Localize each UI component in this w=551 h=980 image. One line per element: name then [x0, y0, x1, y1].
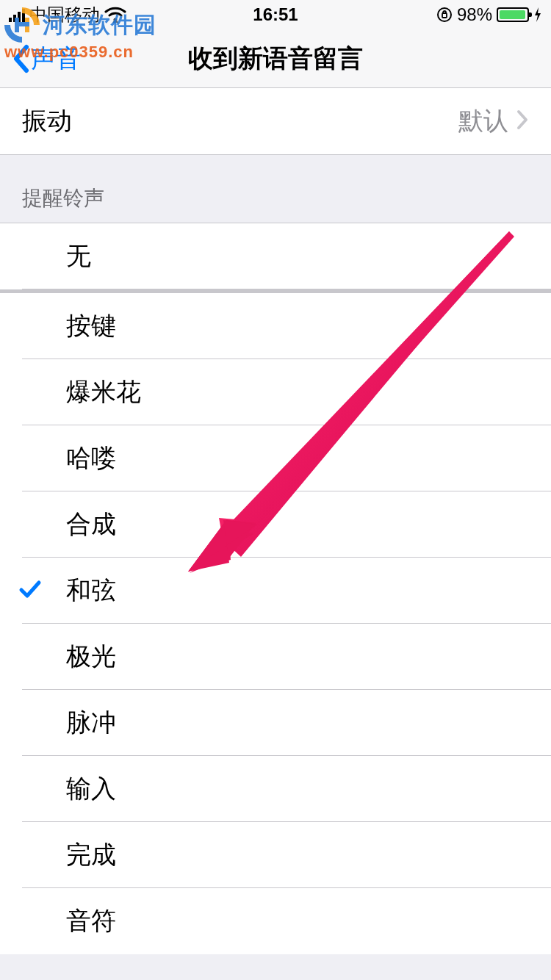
- svg-point-4: [438, 8, 451, 21]
- tone-row[interactable]: 完成: [0, 822, 551, 888]
- tone-label: 合成: [66, 508, 116, 541]
- tone-row[interactable]: 脉冲: [0, 690, 551, 756]
- tone-label: 哈喽: [66, 442, 116, 475]
- battery-icon: [497, 7, 529, 22]
- tone-label: 输入: [66, 772, 116, 806]
- tone-list: 无 按键 爆米花 哈喽 合成 和弦 极光 脉冲 输入 完成: [0, 223, 551, 954]
- tone-label: 无: [66, 239, 91, 273]
- tone-row[interactable]: 爆米花: [0, 359, 551, 425]
- carrier-label: 中国移动: [29, 3, 100, 26]
- tone-label: 和弦: [66, 574, 116, 608]
- tone-row[interactable]: 音符: [0, 888, 551, 954]
- signal-icon: [9, 7, 25, 22]
- tone-row[interactable]: 按键: [0, 293, 551, 359]
- tone-row-none[interactable]: 无: [0, 223, 551, 289]
- checkmark-icon: [18, 577, 43, 605]
- tone-row[interactable]: 合成: [0, 491, 551, 558]
- tone-label: 音符: [66, 904, 116, 938]
- tone-label: 脉冲: [66, 706, 116, 740]
- vibration-label: 振动: [22, 104, 72, 138]
- status-time: 16:51: [253, 4, 298, 25]
- vibration-group: 振动 默认: [0, 88, 551, 155]
- wifi-icon: [104, 7, 126, 23]
- tone-row-selected[interactable]: 和弦: [0, 558, 551, 624]
- battery-percent: 98%: [457, 4, 492, 25]
- charging-icon: [533, 7, 542, 23]
- tone-label: 爆米花: [66, 375, 141, 409]
- tone-row[interactable]: 极光: [0, 624, 551, 690]
- status-left: 中国移动: [9, 3, 126, 26]
- tone-row[interactable]: 输入: [0, 756, 551, 822]
- tone-label: 完成: [66, 838, 116, 872]
- vibration-row[interactable]: 振动 默认: [0, 88, 551, 154]
- page-title: 收到新语音留言: [188, 42, 363, 76]
- chevron-left-icon: [12, 44, 29, 73]
- nav-bar: 声音 收到新语音留言: [0, 29, 551, 88]
- tone-row[interactable]: 哈喽: [0, 425, 551, 491]
- status-bar: 中国移动 16:51 98%: [0, 0, 551, 29]
- rotation-lock-icon: [436, 7, 453, 23]
- svg-point-3: [114, 18, 118, 22]
- section-header-ringtone: 提醒铃声: [0, 155, 551, 223]
- tone-label: 极光: [66, 640, 116, 674]
- tone-label: 按键: [66, 309, 116, 343]
- back-label: 声音: [31, 42, 81, 76]
- svg-rect-5: [442, 13, 447, 18]
- back-button[interactable]: 声音: [12, 42, 81, 76]
- status-right: 98%: [436, 4, 542, 25]
- vibration-value: 默认: [458, 104, 508, 138]
- chevron-right-icon: [516, 109, 529, 134]
